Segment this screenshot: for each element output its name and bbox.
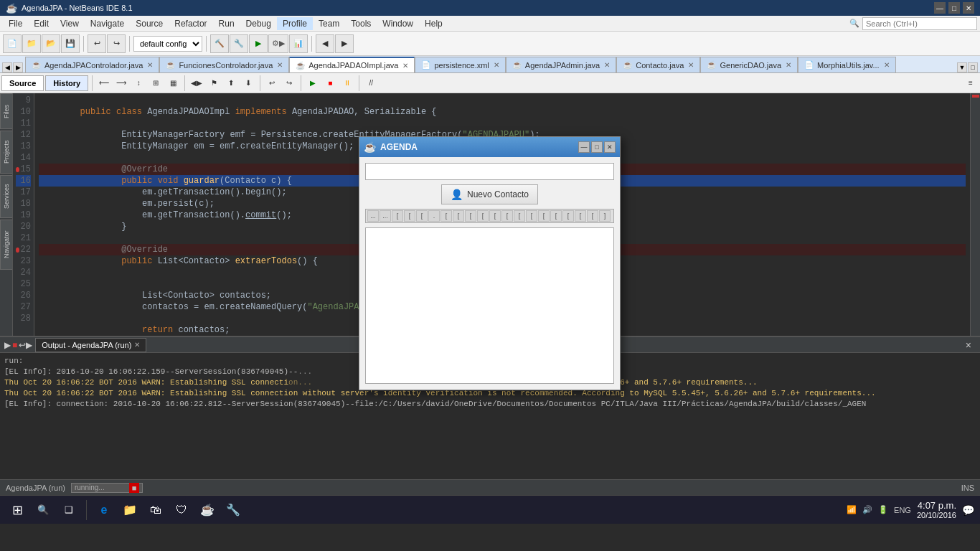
stop-button[interactable]: ■: [129, 483, 139, 493]
forward-button[interactable]: ▶: [335, 34, 354, 53]
settings-button[interactable]: 🔧: [222, 499, 245, 522]
agenda-tb-btn-7[interactable]: [: [440, 210, 452, 222]
output-collapse-btn[interactable]: ×: [961, 339, 976, 351]
src-btn-collapse[interactable]: ≡: [963, 75, 979, 91]
history-tab[interactable]: History: [45, 75, 88, 91]
agenda-tb-btn-17[interactable]: [: [562, 210, 574, 222]
menu-window[interactable]: Window: [377, 17, 419, 30]
panel-files[interactable]: Files: [0, 93, 12, 129]
profile-button[interactable]: 📊: [289, 34, 308, 53]
agenda-nuevo-contacto-btn[interactable]: 👤 Nuevo Contacto: [441, 184, 538, 204]
src-btn-8[interactable]: ⬆: [223, 75, 239, 91]
agenda-contacts-list[interactable]: [365, 227, 614, 384]
agenda-tb-btn-5[interactable]: [: [416, 210, 428, 222]
src-btn-7[interactable]: ⚑: [206, 75, 222, 91]
menu-team[interactable]: Team: [313, 17, 345, 30]
agenda-minimize-btn[interactable]: —: [578, 141, 590, 153]
close-button[interactable]: ✕: [963, 2, 974, 14]
tab-close-btn-4[interactable]: ✕: [494, 61, 499, 69]
maximize-button[interactable]: □: [948, 2, 960, 14]
menu-navigate[interactable]: Navigate: [85, 17, 130, 30]
debug-button[interactable]: ⚙▶: [268, 34, 288, 53]
menu-refactor[interactable]: Refactor: [169, 17, 212, 30]
output-rerun-btn[interactable]: ↩▶: [19, 340, 32, 350]
src-btn-4[interactable]: ⊞: [148, 75, 164, 91]
menu-source[interactable]: Source: [130, 17, 169, 30]
shield-app-button[interactable]: 🛡: [170, 499, 193, 522]
java-button[interactable]: ☕: [196, 499, 219, 522]
menu-help[interactable]: Help: [419, 17, 448, 30]
tab-close-btn[interactable]: ✕: [147, 61, 153, 69]
tab-agendajpadaoimpl[interactable]: ☕ AgendaJPADAOImpl.java ✕: [289, 57, 415, 72]
explorer-button[interactable]: 📁: [118, 499, 141, 522]
panel-navigator[interactable]: Navigator: [0, 220, 12, 270]
agenda-tb-btn-13[interactable]: [: [514, 210, 525, 222]
tab-close-btn-5[interactable]: ✕: [604, 61, 610, 69]
tab-close-btn-2[interactable]: ✕: [277, 61, 283, 69]
agenda-tb-btn-16[interactable]: [: [550, 210, 562, 222]
src-btn-11[interactable]: ↪: [281, 75, 297, 91]
agenda-tb-btn-10[interactable]: [: [477, 210, 489, 222]
tab-funcionescontrolador[interactable]: ☕ FuncionesControlador.java ✕: [159, 57, 289, 72]
agenda-tb-btn-9[interactable]: [: [465, 210, 476, 222]
src-btn-stop[interactable]: ■: [322, 75, 338, 91]
output-run-btn[interactable]: ▶: [4, 340, 11, 350]
search-input[interactable]: [862, 17, 977, 30]
tab-close-btn-6[interactable]: ✕: [688, 61, 694, 69]
menu-tools[interactable]: Tools: [345, 17, 377, 30]
tab-agendajpadmin[interactable]: ☕ AgendaJPAdmin.java ✕: [506, 57, 616, 72]
menu-file[interactable]: File: [3, 17, 28, 30]
menu-debug[interactable]: Debug: [240, 17, 277, 30]
menu-profile[interactable]: Profile: [277, 17, 313, 30]
agenda-tb-btn-19[interactable]: [: [587, 210, 598, 222]
edge-button[interactable]: e: [93, 499, 116, 522]
panel-services[interactable]: Services: [0, 175, 12, 218]
tab-close-btn-3[interactable]: ✕: [402, 62, 408, 70]
panel-projects[interactable]: Projects: [0, 131, 12, 174]
start-button[interactable]: ⊞: [6, 499, 29, 522]
agenda-tb-btn-18[interactable]: [: [575, 210, 586, 222]
src-btn-pause[interactable]: ⏸: [339, 75, 355, 91]
agenda-search-input[interactable]: [365, 163, 614, 180]
agenda-tb-btn-11[interactable]: [: [489, 210, 501, 222]
config-select[interactable]: default config: [133, 36, 202, 52]
menu-edit[interactable]: Edit: [28, 17, 55, 30]
tab-persistence[interactable]: 📄 persistence.xml ✕: [415, 57, 505, 72]
src-btn-run[interactable]: ▶: [305, 75, 321, 91]
undo-button[interactable]: ↩: [88, 34, 106, 53]
tab-contacto[interactable]: ☕ Contacto.java ✕: [616, 57, 700, 72]
output-tab[interactable]: Output - AgendaJPA (run) ✕: [35, 338, 146, 352]
output-tab-close[interactable]: ✕: [134, 341, 140, 349]
tab-maximize[interactable]: □: [968, 62, 978, 72]
agenda-tb-btn-8[interactable]: [: [453, 210, 464, 222]
search-button[interactable]: 🔍: [32, 499, 55, 522]
output-stop-btn[interactable]: ■: [12, 340, 17, 350]
src-btn-5[interactable]: ▦: [165, 75, 181, 91]
agenda-close-btn[interactable]: ✕: [604, 141, 616, 153]
task-view-button[interactable]: ❑: [57, 499, 80, 522]
tab-right-arrow[interactable]: ▶: [13, 62, 23, 72]
src-btn-comment[interactable]: //: [363, 75, 379, 91]
minimize-button[interactable]: —: [934, 2, 946, 14]
tab-morphiautils[interactable]: 📄 MorphiaUtils.jav... ✕: [798, 57, 896, 72]
src-btn-2[interactable]: ⟶: [113, 75, 129, 91]
store-button[interactable]: 🛍: [144, 499, 167, 522]
agenda-tb-btn-12[interactable]: [: [501, 210, 513, 222]
agenda-tb-btn-14[interactable]: [: [526, 210, 537, 222]
run-button[interactable]: ▶: [249, 34, 268, 53]
source-tab[interactable]: Source: [1, 75, 44, 91]
src-btn-6[interactable]: ◀▶: [189, 75, 204, 91]
new-project-button[interactable]: 📁: [22, 34, 41, 53]
back-button[interactable]: ◀: [316, 34, 334, 53]
agenda-tb-btn-20[interactable]: ]: [599, 210, 611, 222]
new-button[interactable]: 📄: [3, 34, 22, 53]
agenda-tb-btn-3[interactable]: [: [392, 210, 403, 222]
save-button[interactable]: 💾: [61, 34, 80, 53]
tab-agendajpacontrolador[interactable]: ☕ AgendaJPAControlador.java ✕: [25, 57, 159, 72]
src-btn-9[interactable]: ⬇: [240, 75, 256, 91]
src-btn-1[interactable]: ⟵: [96, 75, 112, 91]
agenda-tb-btn-2[interactable]: ...: [380, 210, 391, 222]
tab-genericdao[interactable]: ☕ GenericDAO.java ✕: [700, 57, 798, 72]
clean-build-button[interactable]: 🔨: [210, 34, 229, 53]
menu-run[interactable]: Run: [213, 17, 240, 30]
